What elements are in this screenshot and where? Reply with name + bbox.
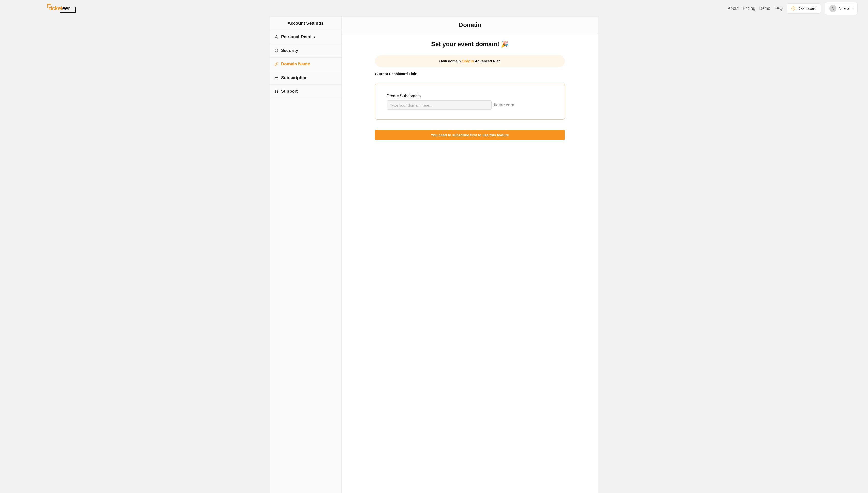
banner-pre: Own domain — [439, 59, 462, 63]
sidebar-item-label: Support — [281, 89, 298, 94]
card-icon — [274, 76, 279, 80]
nav-pricing[interactable]: Pricing — [742, 6, 755, 11]
sidebar-item-subscription[interactable]: Subscription — [270, 71, 341, 85]
svg-point-2 — [276, 36, 277, 37]
plan-banner: Own domain Only in Advanced Plan — [375, 56, 565, 67]
gauge-icon — [791, 6, 796, 11]
current-link-label: Current Dashboard Link: — [375, 72, 565, 76]
svg-text:ticketeer: ticketeer — [49, 5, 70, 12]
sidebar-item-label: Subscription — [281, 75, 308, 80]
hero-heading: Set your event domain! 🎉 — [375, 41, 565, 48]
sidebar-item-support[interactable]: Support — [270, 85, 341, 98]
subdomain-input[interactable] — [386, 101, 492, 110]
page-title: Domain — [341, 17, 598, 34]
user-menu-button[interactable]: N Noella — [825, 2, 858, 15]
sidebar-item-personal-details[interactable]: Personal Details — [270, 30, 341, 44]
brand-logo[interactable]: ticketeer — [47, 4, 76, 13]
dashboard-button[interactable]: Dashboard — [787, 3, 821, 14]
avatar: N — [829, 5, 837, 12]
nav-demo[interactable]: Demo — [759, 6, 770, 11]
sidebar-item-domain-name[interactable]: Domain Name — [270, 58, 341, 71]
svg-rect-5 — [277, 92, 278, 93]
nav-about[interactable]: About — [728, 6, 739, 11]
subdomain-card: Create Subdomain .tkteer.com — [375, 84, 565, 120]
kebab-icon — [852, 7, 853, 10]
user-name: Noella — [839, 6, 849, 10]
subdomain-field-label: Create Subdomain — [386, 94, 553, 98]
sidebar-item-label: Security — [281, 48, 298, 53]
banner-highlight: Only in — [462, 59, 474, 63]
user-icon — [274, 35, 279, 39]
sidebar-item-label: Personal Details — [281, 35, 315, 40]
banner-post: Advanced Plan — [474, 59, 501, 63]
dashboard-label: Dashboard — [798, 6, 817, 10]
sidebar-title: Account Settings — [270, 17, 341, 30]
headset-icon — [274, 89, 279, 93]
nav-faq[interactable]: FAQ — [774, 6, 782, 11]
subscribe-cta-button[interactable]: You need to subscribe first to use this … — [375, 130, 565, 140]
domain-suffix: .tkteer.com — [493, 103, 514, 108]
svg-rect-4 — [275, 92, 276, 93]
sidebar-item-label: Domain Name — [281, 62, 310, 67]
svg-rect-3 — [275, 77, 278, 79]
sidebar-item-security[interactable]: Security — [270, 44, 341, 58]
link-icon — [274, 62, 279, 66]
shield-icon — [274, 48, 279, 52]
